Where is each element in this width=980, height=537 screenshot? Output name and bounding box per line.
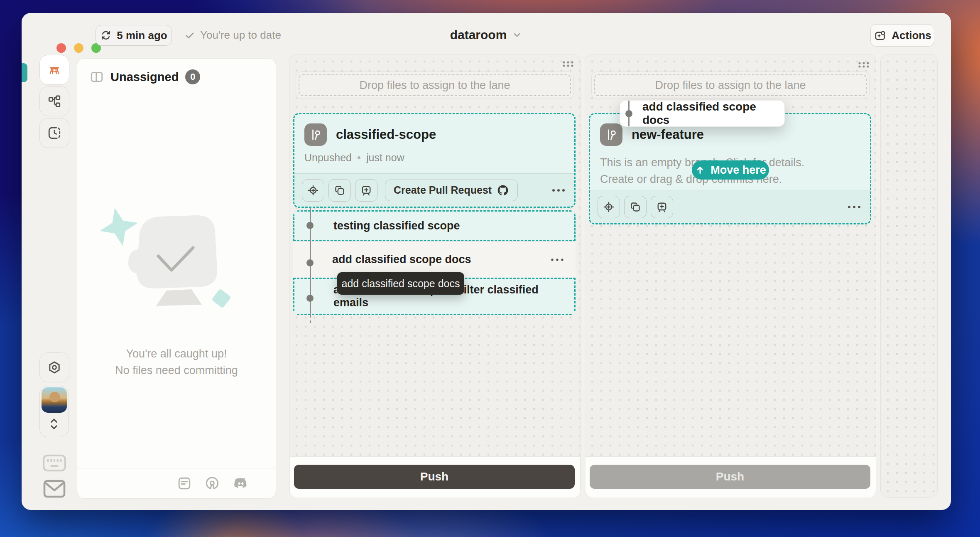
push-label: Push [716,470,744,483]
up-to-date-status: You're up to date [184,29,281,42]
empty-line2: No files need committing [77,362,276,379]
add-to-workspace-icon-button[interactable] [651,196,673,218]
status-label: You're up to date [200,29,281,42]
branch-time: just now [366,152,404,164]
app-window: 5 min ago You're up to date dataroom Act… [22,13,951,510]
close-window-button[interactable] [56,43,66,53]
sidebar-item-history[interactable] [39,118,69,148]
check-icon [184,30,195,41]
window-controls[interactable] [56,43,101,53]
drag-tooltip-label: add classified scope docs [342,278,460,290]
sync-icon [100,30,112,41]
commit-message: testing classified scope [333,219,460,232]
settings-button[interactable] [39,352,69,382]
unassigned-count-badge: 0 [185,69,200,84]
dot-separator [358,156,360,159]
branch-state: Unpushed [304,152,352,164]
copy-branch-icon-button[interactable] [624,196,647,218]
monitor-blob [128,215,217,288]
empty-line1: You're all caught up! [77,345,276,362]
keyboard-shortcuts-icon[interactable] [42,454,67,472]
minimize-window-button[interactable] [74,43,83,53]
branch-card-classified-scope[interactable]: classified-scope Unpushed just now [293,113,576,208]
project-selector[interactable]: dataroom [420,23,553,47]
teal-diamond [211,288,231,308]
drag-ghost-label: add classified scope docs [642,100,784,127]
commit-message: add classified scope docs [332,253,471,266]
lane1-drop-hint: Drop files to assign to the lane [359,79,510,92]
history-clock-icon [47,126,61,140]
actions-button[interactable]: Actions [870,24,934,47]
commit-dot [306,259,314,266]
unassigned-title: Unassigned [110,70,179,84]
chevron-up-down-icon [48,415,60,433]
copy-branch-icon-button[interactable] [328,179,351,202]
feedback-mail-icon[interactable] [42,479,67,499]
lane2-dropzone[interactable]: Drop files to assign to the lane [591,71,870,99]
create-pull-request-button[interactable]: Create Pull Request [385,180,518,201]
drag-ghost-commit[interactable]: add classified scope docs [620,100,785,127]
sparkle-star [96,204,142,250]
add-to-workspace-icon-button[interactable] [355,179,377,202]
commit-target-icon-button[interactable] [302,179,324,202]
github-icon [497,184,509,197]
commit-more-options-icon[interactable] [550,258,565,262]
empty-state-illustration [77,196,276,333]
empty-lane-slot[interactable] [880,54,938,498]
account-switcher[interactable] [39,386,69,437]
branches-graph-icon [47,94,61,108]
workbench-table-icon [47,62,62,77]
lane2-push-button[interactable]: Push [590,465,870,489]
commit-target-icon-button[interactable] [598,196,620,218]
lane1-more-options-icon[interactable] [550,188,567,193]
project-name: dataroom [450,28,507,42]
lane1-drag-handle-icon[interactable] [561,60,575,68]
active-page-indicator [22,63,27,82]
changelog-icon[interactable] [177,476,192,491]
branch-name: new-feature [632,123,704,146]
sidebar-item-branches[interactable] [39,86,69,116]
lane2-drop-hint: Drop files to assign to the lane [655,79,806,92]
monitor-stand [156,289,202,306]
sidebar-item-workspace[interactable] [39,55,69,85]
split-panel-icon [90,70,104,84]
commit-row[interactable]: testing classified scope [293,210,576,241]
commit-dot [306,295,314,302]
create-pr-label: Create Pull Request [394,184,492,196]
discord-icon[interactable] [233,475,249,492]
lane1-dropzone[interactable]: Drop files to assign to the lane [296,71,574,99]
commits-list: testing classified scope add classified … [293,210,576,315]
arrow-up-icon [695,165,706,175]
lane1-push-button[interactable]: Push [294,465,575,489]
sync-time-label: 5 min ago [117,29,167,42]
lane2-toolbar [590,190,870,223]
panel-footer [77,468,276,498]
commit-dot [306,222,314,229]
unassigned-panel: Unassigned 0 You're all caught up! No fi… [77,58,276,499]
lane1-toolbar: Create Pull Request [294,173,574,207]
open-source-icon[interactable] [204,475,220,491]
branch-name: classified-scope [336,123,436,146]
lane2-drag-handle-icon[interactable] [857,61,870,69]
move-here-button[interactable]: Move here [692,160,769,180]
sync-button[interactable]: 5 min ago [96,25,172,46]
branch-badge-icon [600,123,622,146]
move-here-label: Move here [710,164,766,177]
branch-badge-icon [304,123,327,146]
gear-icon [47,360,61,374]
empty-state-text: You're all caught up! No files need comm… [77,345,276,379]
lane2-more-options-icon[interactable] [846,204,862,209]
drag-tooltip: add classified scope docs [337,272,464,295]
actions-label: Actions [892,29,931,42]
push-label: Push [420,470,448,483]
chevron-down-icon [512,30,522,40]
avatar [42,387,67,413]
commit-graph-line-dashed [310,315,311,325]
ai-sparkle-icon [873,29,887,42]
unassigned-header: Unassigned 0 [77,59,276,95]
